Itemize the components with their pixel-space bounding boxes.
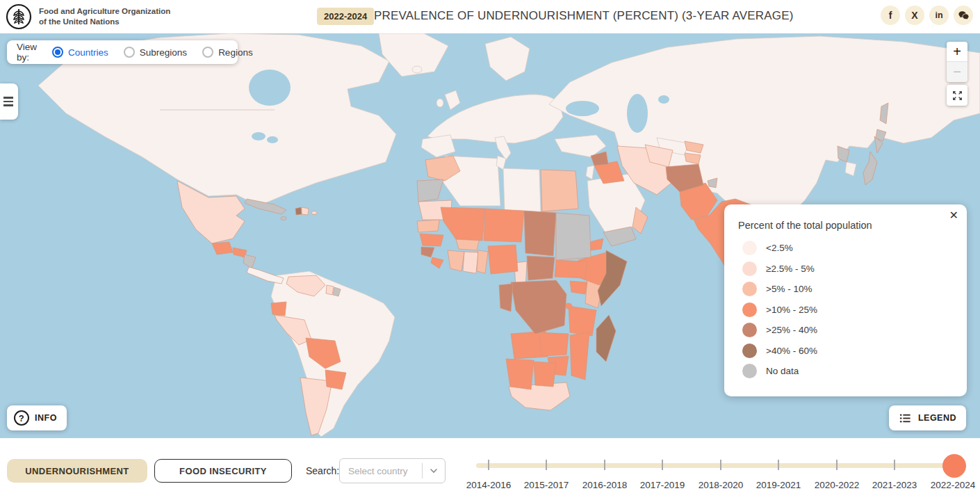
country-select[interactable]: Select country — [339, 458, 446, 483]
legend-item: >10% - 25% — [737, 300, 956, 321]
legend-item: >40% - 60% — [737, 341, 956, 362]
period-label[interactable]: 2016-2018 — [582, 480, 628, 490]
legend-swatch — [742, 282, 757, 296]
linkedin-icon[interactable]: in — [929, 6, 949, 25]
legend-swatch — [742, 364, 757, 378]
slider-tick — [488, 460, 489, 470]
chevron-down-icon — [423, 465, 445, 476]
legend-button[interactable]: LEGEND — [889, 405, 966, 430]
period-label[interactable]: 2019-2021 — [756, 480, 801, 490]
search-label: Search: — [306, 465, 339, 476]
legend-swatch — [742, 241, 757, 255]
radio-unchecked-icon — [124, 47, 135, 58]
question-icon: ? — [14, 410, 29, 426]
period-label[interactable]: 2017-2019 — [640, 480, 685, 490]
tab-undernourishment[interactable]: UNDERNOURISHMENT — [7, 459, 147, 483]
legend-panel: ✕ Percent of the total population <2.5% … — [724, 204, 967, 396]
period-label[interactable]: 2018-2020 — [699, 480, 744, 490]
sidebar-toggle[interactable] — [0, 83, 18, 120]
org-name-line1: Food and Agriculture Organization — [39, 6, 170, 17]
year-badge: 2022-2024 — [317, 8, 374, 25]
legend-button-label: LEGEND — [918, 413, 956, 423]
view-option-regions-label: Regions — [218, 47, 253, 58]
fao-logo-block: Food and Agriculture Organization of the… — [6, 3, 170, 31]
legend-item: >25% - 40% — [737, 320, 956, 341]
slider-tick — [720, 460, 721, 470]
slider-tick — [778, 460, 779, 470]
legend-item: >5% - 10% — [737, 279, 956, 300]
view-option-countries[interactable]: Countries — [52, 47, 108, 58]
slider-tick — [894, 460, 895, 470]
zoom-out-button[interactable]: − — [947, 62, 967, 82]
bottom-bar: UNDERNOURISHMENT FOOD INSECURITY Search:… — [0, 438, 980, 500]
legend-swatch — [742, 323, 757, 337]
view-option-regions[interactable]: Regions — [202, 47, 253, 58]
wechat-glyph — [957, 9, 970, 22]
slider-handle[interactable] — [942, 454, 966, 478]
world-map-container[interactable]: View by: Countries Subregions Regions + … — [0, 33, 980, 438]
social-links: f X in — [881, 6, 973, 25]
slider-tick — [836, 460, 838, 470]
period-label[interactable]: 2022-2024 — [931, 480, 976, 490]
fullscreen-button[interactable] — [947, 85, 967, 106]
info-button[interactable]: ? INFO — [7, 405, 67, 430]
view-option-subregions[interactable]: Subregions — [124, 47, 187, 58]
legend-item: <2.5% — [737, 238, 956, 259]
zoom-in-button[interactable]: + — [947, 42, 967, 62]
legend-swatch — [742, 261, 757, 276]
slider-tick — [546, 460, 547, 470]
legend-item: No data — [737, 361, 956, 382]
year-slider[interactable]: 2014-2016 2015-2017 2016-2018 2017-2019 … — [476, 438, 970, 500]
app-header: Food and Agriculture Organization of the… — [0, 0, 980, 33]
x-twitter-icon[interactable]: X — [905, 6, 924, 25]
period-label[interactable]: 2015-2017 — [524, 480, 569, 490]
list-icon — [899, 412, 912, 425]
radio-checked-icon — [52, 47, 63, 58]
view-option-countries-label: Countries — [68, 47, 108, 58]
wechat-icon[interactable] — [954, 6, 973, 25]
view-option-subregions-label: Subregions — [140, 47, 187, 58]
hamburger-icon — [3, 97, 13, 99]
zoom-controls: + − — [947, 42, 967, 106]
slider-track[interactable] — [476, 463, 956, 468]
org-name-line2: of the United Nations — [39, 17, 170, 27]
legend-swatch — [742, 303, 757, 317]
info-button-label: INFO — [35, 413, 57, 423]
view-by-label: View by: — [17, 42, 37, 63]
period-label[interactable]: 2020-2022 — [815, 480, 860, 490]
facebook-icon[interactable]: f — [881, 6, 900, 25]
view-by-panel: View by: Countries Subregions Regions — [7, 40, 238, 64]
country-select-placeholder: Select country — [340, 466, 422, 476]
period-label[interactable]: 2014-2016 — [466, 480, 512, 490]
legend-swatch — [742, 344, 757, 358]
fullscreen-icon — [952, 90, 963, 102]
tab-food-insecurity[interactable]: FOOD INSECURITY — [154, 459, 292, 483]
period-label[interactable]: 2021-2023 — [872, 480, 917, 490]
page-title: PREVALENCE OF UNDERNOURISHMENT (PERCENT)… — [374, 9, 794, 23]
slider-tick — [604, 460, 605, 470]
legend-item: ≥2.5% - 5% — [737, 259, 956, 280]
radio-unchecked-icon — [202, 47, 213, 58]
fao-logo-icon — [6, 3, 32, 31]
slider-tick — [662, 460, 663, 470]
close-icon[interactable]: ✕ — [949, 210, 958, 221]
legend-title: Percent of the total population — [738, 220, 956, 231]
